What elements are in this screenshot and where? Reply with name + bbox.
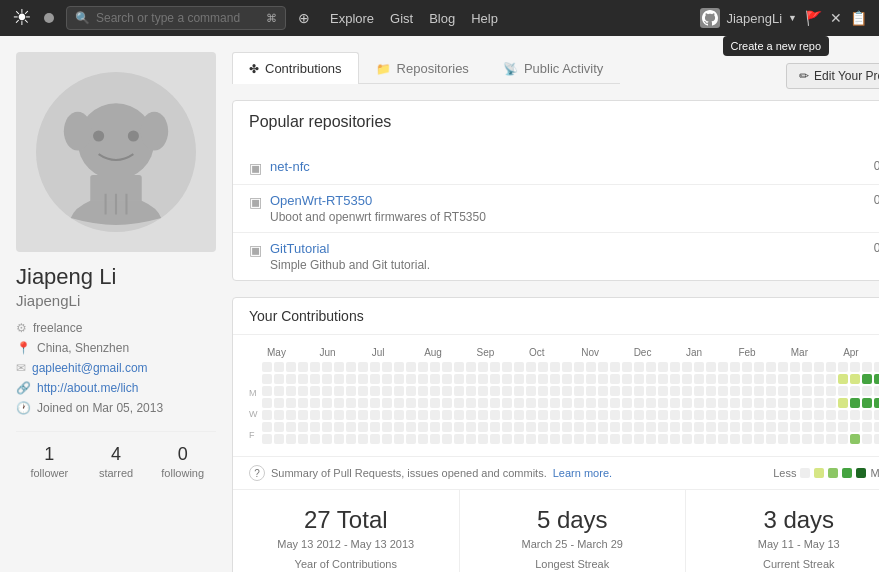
contrib-cell[interactable] bbox=[826, 410, 836, 420]
nav-gist[interactable]: Gist bbox=[390, 11, 413, 26]
contrib-cell[interactable] bbox=[466, 422, 476, 432]
contrib-cell[interactable] bbox=[322, 434, 332, 444]
contrib-cell[interactable] bbox=[754, 434, 764, 444]
contrib-cell[interactable] bbox=[538, 386, 548, 396]
contrib-cell[interactable] bbox=[538, 398, 548, 408]
contrib-cell[interactable] bbox=[682, 374, 692, 384]
contrib-cell[interactable] bbox=[766, 398, 776, 408]
contrib-cell[interactable] bbox=[322, 398, 332, 408]
contrib-cell[interactable] bbox=[670, 398, 680, 408]
contrib-cell[interactable] bbox=[358, 398, 368, 408]
contrib-cell[interactable] bbox=[670, 386, 680, 396]
contrib-cell[interactable] bbox=[766, 374, 776, 384]
contrib-cell[interactable] bbox=[262, 362, 272, 372]
contrib-cell[interactable] bbox=[526, 398, 536, 408]
contrib-cell[interactable] bbox=[766, 386, 776, 396]
contrib-cell[interactable] bbox=[466, 410, 476, 420]
contrib-cell[interactable] bbox=[406, 386, 416, 396]
email-link[interactable]: gapleehit@gmail.com bbox=[32, 361, 148, 375]
contrib-cell[interactable] bbox=[322, 362, 332, 372]
contrib-cell[interactable] bbox=[382, 434, 392, 444]
contrib-cell[interactable] bbox=[334, 410, 344, 420]
contrib-cell[interactable] bbox=[790, 398, 800, 408]
contrib-cell[interactable] bbox=[574, 434, 584, 444]
contrib-cell[interactable] bbox=[298, 422, 308, 432]
contrib-cell[interactable] bbox=[514, 386, 524, 396]
contrib-cell[interactable] bbox=[310, 398, 320, 408]
contrib-cell[interactable] bbox=[262, 398, 272, 408]
contrib-cell[interactable] bbox=[550, 362, 560, 372]
contrib-cell[interactable] bbox=[490, 374, 500, 384]
contrib-cell[interactable] bbox=[586, 434, 596, 444]
contrib-cell[interactable] bbox=[778, 374, 788, 384]
globe-icon[interactable]: ⊕ bbox=[298, 10, 310, 26]
contrib-cell[interactable] bbox=[694, 386, 704, 396]
contrib-cell[interactable] bbox=[730, 362, 740, 372]
contrib-cell[interactable] bbox=[622, 374, 632, 384]
contrib-cell[interactable] bbox=[514, 374, 524, 384]
contrib-cell[interactable] bbox=[838, 374, 848, 384]
contrib-cell[interactable] bbox=[442, 410, 452, 420]
contrib-cell[interactable] bbox=[502, 422, 512, 432]
contrib-cell[interactable] bbox=[790, 434, 800, 444]
contrib-cell[interactable] bbox=[646, 362, 656, 372]
contrib-cell[interactable] bbox=[550, 398, 560, 408]
contrib-cell[interactable] bbox=[454, 410, 464, 420]
contrib-cell[interactable] bbox=[274, 374, 284, 384]
contrib-cell[interactable] bbox=[778, 422, 788, 432]
contrib-cell[interactable] bbox=[502, 410, 512, 420]
contrib-cell[interactable] bbox=[658, 434, 668, 444]
contrib-cell[interactable] bbox=[406, 410, 416, 420]
tab-public-activity[interactable]: 📡 Public Activity bbox=[486, 52, 620, 84]
contrib-cell[interactable] bbox=[610, 434, 620, 444]
contrib-cell[interactable] bbox=[682, 398, 692, 408]
contrib-cell[interactable] bbox=[742, 434, 752, 444]
user-menu[interactable]: JiapengLi ▼ bbox=[700, 8, 797, 28]
contrib-cell[interactable] bbox=[418, 386, 428, 396]
contrib-cell[interactable] bbox=[814, 434, 824, 444]
contrib-cell[interactable] bbox=[754, 398, 764, 408]
contrib-cell[interactable] bbox=[418, 410, 428, 420]
contrib-cell[interactable] bbox=[598, 386, 608, 396]
nav-explore[interactable]: Explore bbox=[330, 11, 374, 26]
contrib-cell[interactable] bbox=[466, 362, 476, 372]
contrib-cell[interactable] bbox=[826, 434, 836, 444]
contrib-cell[interactable] bbox=[322, 422, 332, 432]
contrib-cell[interactable] bbox=[694, 362, 704, 372]
contrib-cell[interactable] bbox=[706, 398, 716, 408]
contrib-cell[interactable] bbox=[646, 374, 656, 384]
contrib-cell[interactable] bbox=[598, 410, 608, 420]
contrib-cell[interactable] bbox=[682, 362, 692, 372]
contrib-cell[interactable] bbox=[562, 362, 572, 372]
contrib-cell[interactable] bbox=[862, 398, 872, 408]
contrib-cell[interactable] bbox=[838, 362, 848, 372]
contrib-cell[interactable] bbox=[634, 410, 644, 420]
contrib-cell[interactable] bbox=[286, 410, 296, 420]
contrib-cell[interactable] bbox=[310, 386, 320, 396]
contrib-cell[interactable] bbox=[850, 422, 860, 432]
contrib-cell[interactable] bbox=[790, 374, 800, 384]
search-input[interactable] bbox=[96, 11, 260, 25]
contrib-cell[interactable] bbox=[586, 386, 596, 396]
contrib-cell[interactable] bbox=[466, 374, 476, 384]
contrib-cell[interactable] bbox=[850, 374, 860, 384]
help-icon[interactable]: ? bbox=[249, 465, 265, 481]
contrib-cell[interactable] bbox=[730, 422, 740, 432]
contrib-cell[interactable] bbox=[562, 422, 572, 432]
contrib-cell[interactable] bbox=[310, 374, 320, 384]
contrib-cell[interactable] bbox=[610, 410, 620, 420]
contrib-cell[interactable] bbox=[442, 398, 452, 408]
contrib-cell[interactable] bbox=[766, 422, 776, 432]
contrib-cell[interactable] bbox=[394, 434, 404, 444]
contrib-cell[interactable] bbox=[454, 386, 464, 396]
contrib-cell[interactable] bbox=[838, 422, 848, 432]
contrib-cell[interactable] bbox=[874, 434, 880, 444]
contrib-cell[interactable] bbox=[730, 434, 740, 444]
contrib-cell[interactable] bbox=[862, 422, 872, 432]
contrib-cell[interactable] bbox=[514, 398, 524, 408]
contrib-cell[interactable] bbox=[262, 434, 272, 444]
contrib-cell[interactable] bbox=[334, 386, 344, 396]
contrib-cell[interactable] bbox=[718, 410, 728, 420]
contrib-cell[interactable] bbox=[430, 410, 440, 420]
contrib-cell[interactable] bbox=[742, 398, 752, 408]
